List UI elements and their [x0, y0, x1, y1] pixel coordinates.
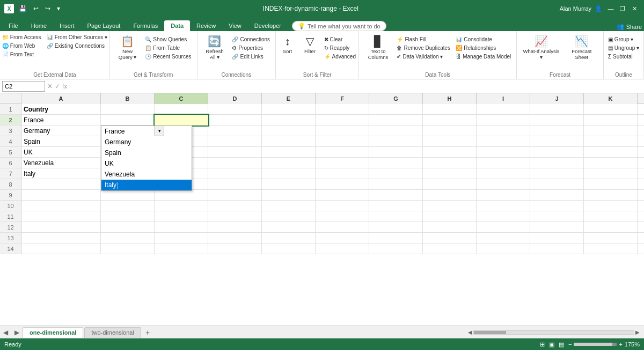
- col-header-j[interactable]: J: [530, 93, 584, 104]
- scroll-left-icon[interactable]: ◀: [468, 329, 472, 335]
- cell-j9[interactable]: [530, 190, 584, 201]
- cancel-formula-btn[interactable]: ✕: [47, 83, 53, 90]
- cell-h1[interactable]: [423, 104, 477, 115]
- cell-f14[interactable]: [316, 243, 369, 254]
- cell-i13[interactable]: [477, 233, 530, 243]
- cell-k7[interactable]: [584, 168, 638, 179]
- cell-b14[interactable]: [101, 243, 155, 254]
- scrollbar-thumb[interactable]: [474, 331, 506, 334]
- tab-developer[interactable]: Developer: [248, 20, 288, 31]
- cell-h9[interactable]: [423, 190, 477, 201]
- quick-access-customize[interactable]: ▾: [55, 5, 62, 12]
- existing-connections-btn[interactable]: 🔗 Existing Connections: [45, 42, 109, 50]
- cell-k8[interactable]: [584, 179, 638, 190]
- cell-b1[interactable]: [101, 104, 155, 115]
- cell-i7[interactable]: [477, 168, 530, 179]
- col-header-d[interactable]: D: [208, 93, 262, 104]
- cell-c11[interactable]: [155, 211, 208, 222]
- cell-k6[interactable]: [584, 158, 638, 168]
- cell-g5[interactable]: [369, 147, 423, 158]
- cell-d11[interactable]: [208, 211, 262, 222]
- cell-f7[interactable]: [316, 168, 369, 179]
- cell-g8[interactable]: [369, 179, 423, 190]
- cell-a10[interactable]: [21, 201, 101, 211]
- cell-a5[interactable]: UK: [21, 147, 101, 158]
- validation-dropdown[interactable]: France Germany Spain UK Venezuela Italy …: [101, 125, 192, 191]
- cell-h14[interactable]: [423, 243, 477, 254]
- cell-j5[interactable]: [530, 147, 584, 158]
- text-to-columns-btn[interactable]: ▊ Text to Columns: [362, 33, 393, 62]
- scroll-right-icon[interactable]: ▶: [635, 329, 640, 335]
- maximize-btn[interactable]: ❐: [617, 3, 628, 14]
- cell-h3[interactable]: [423, 125, 477, 136]
- cell-e9[interactable]: [262, 190, 316, 201]
- data-validation-btn[interactable]: ✔ Data Validation ▾: [394, 53, 452, 61]
- cell-f13[interactable]: [316, 233, 369, 243]
- quick-access-redo[interactable]: ↪: [43, 5, 52, 12]
- cell-a6[interactable]: Venezuela: [21, 158, 101, 168]
- cell-d6[interactable]: [208, 158, 262, 168]
- cell-k5[interactable]: [584, 147, 638, 158]
- confirm-formula-btn[interactable]: ✓: [55, 83, 60, 90]
- cell-b10[interactable]: [101, 201, 155, 211]
- cell-e6[interactable]: [262, 158, 316, 168]
- quick-access-save[interactable]: 💾: [17, 5, 28, 12]
- cell-c10[interactable]: [155, 201, 208, 211]
- relationships-btn[interactable]: 🔀 Relationships: [453, 44, 513, 52]
- cell-g2[interactable]: [369, 115, 423, 125]
- cell-a13[interactable]: [21, 233, 101, 243]
- advanced-btn[interactable]: ⚡ Advanced: [322, 53, 358, 61]
- cell-d2[interactable]: [208, 115, 262, 125]
- cell-g4[interactable]: [369, 136, 423, 147]
- cell-d12[interactable]: [208, 222, 262, 233]
- dropdown-item-uk[interactable]: UK: [101, 158, 192, 169]
- tab-data[interactable]: Data: [164, 20, 190, 31]
- cell-k13[interactable]: [584, 233, 638, 243]
- cell-g11[interactable]: [369, 211, 423, 222]
- tab-insert[interactable]: Insert: [53, 20, 81, 31]
- sort-btn[interactable]: ↕ Sort: [277, 33, 298, 56]
- cell-c13[interactable]: [155, 233, 208, 243]
- edit-links-btn[interactable]: 🔗 Edit Links: [230, 53, 272, 61]
- cell-i14[interactable]: [477, 243, 530, 254]
- cell-b2[interactable]: [101, 115, 155, 125]
- cell-j11[interactable]: [530, 211, 584, 222]
- cell-e1[interactable]: [262, 104, 316, 115]
- cell-a4[interactable]: Spain: [21, 136, 101, 147]
- recent-sources-btn[interactable]: 🕒 Recent Sources: [143, 53, 193, 61]
- col-header-i[interactable]: I: [477, 93, 530, 104]
- cell-i10[interactable]: [477, 201, 530, 211]
- horizontal-scrollbar[interactable]: [473, 330, 634, 335]
- col-header-k[interactable]: K: [584, 93, 638, 104]
- cell-h2[interactable]: [423, 115, 477, 125]
- scroll-tabs-right[interactable]: ▶: [11, 329, 23, 336]
- dropdown-item-venezuela[interactable]: Venezuela: [101, 169, 192, 180]
- tab-pagelayout[interactable]: Page Layout: [81, 20, 127, 31]
- manage-model-btn[interactable]: 🗄 Manage Data Model: [453, 53, 513, 61]
- cell-f6[interactable]: [316, 158, 369, 168]
- cell-h5[interactable]: [423, 147, 477, 158]
- cell-i12[interactable]: [477, 222, 530, 233]
- cell-k2[interactable]: [584, 115, 638, 125]
- cell-f11[interactable]: [316, 211, 369, 222]
- cell-d1[interactable]: [208, 104, 262, 115]
- cell-e11[interactable]: [262, 211, 316, 222]
- cell-h13[interactable]: [423, 233, 477, 243]
- cell-f12[interactable]: [316, 222, 369, 233]
- cell-d14[interactable]: [208, 243, 262, 254]
- forecast-sheet-btn[interactable]: 📉 Forecast Sheet: [564, 33, 600, 62]
- cell-d3[interactable]: [208, 125, 262, 136]
- tab-home[interactable]: Home: [25, 20, 53, 31]
- cell-k12[interactable]: [584, 222, 638, 233]
- cell-g14[interactable]: [369, 243, 423, 254]
- cell-e8[interactable]: [262, 179, 316, 190]
- cell-g6[interactable]: [369, 158, 423, 168]
- cell-f10[interactable]: [316, 201, 369, 211]
- col-header-e[interactable]: E: [262, 93, 316, 104]
- cell-k9[interactable]: [584, 190, 638, 201]
- tab-view[interactable]: View: [222, 20, 248, 31]
- name-box[interactable]: C2: [2, 81, 45, 92]
- zoom-out-btn[interactable]: −: [568, 341, 572, 348]
- cell-j2[interactable]: [530, 115, 584, 125]
- cell-i2[interactable]: [477, 115, 530, 125]
